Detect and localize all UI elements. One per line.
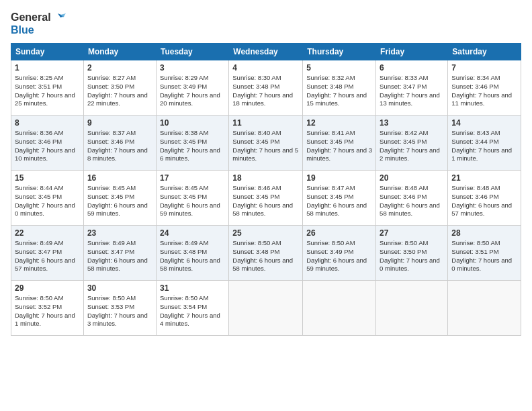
day-detail: Sunrise: 8:47 AM Sunset: 3:45 PM Dayligh… xyxy=(306,184,372,218)
calendar-cell: 25 Sunrise: 8:50 AM Sunset: 3:48 PM Dayl… xyxy=(229,226,303,281)
calendar-header-monday: Monday xyxy=(83,44,156,60)
calendar-cell: 7 Sunrise: 8:34 AM Sunset: 3:46 PM Dayli… xyxy=(448,60,521,116)
day-number: 17 xyxy=(160,173,225,183)
day-number: 1 xyxy=(15,63,80,73)
day-number: 18 xyxy=(232,173,299,183)
calendar-cell: 12 Sunrise: 8:41 AM Sunset: 3:45 PM Dayl… xyxy=(303,116,376,171)
day-number: 20 xyxy=(380,173,444,183)
calendar-cell: 31 Sunrise: 8:50 AM Sunset: 3:54 PM Dayl… xyxy=(156,281,228,336)
calendar-cell: 24 Sunrise: 8:49 AM Sunset: 3:48 PM Dayl… xyxy=(156,226,228,281)
calendar-cell: 8 Sunrise: 8:36 AM Sunset: 3:46 PM Dayli… xyxy=(11,116,84,171)
calendar-cell: 28 Sunrise: 8:50 AM Sunset: 3:51 PM Dayl… xyxy=(448,226,521,281)
day-detail: Sunrise: 8:41 AM Sunset: 3:45 PM Dayligh… xyxy=(306,129,372,163)
day-number: 21 xyxy=(451,173,517,183)
calendar-table: SundayMondayTuesdayWednesdayThursdayFrid… xyxy=(11,43,521,336)
day-number: 4 xyxy=(232,63,299,73)
day-number: 25 xyxy=(232,228,299,238)
day-number: 22 xyxy=(15,228,80,238)
day-detail: Sunrise: 8:45 AM Sunset: 3:45 PM Dayligh… xyxy=(87,184,152,218)
day-number: 12 xyxy=(306,118,372,128)
calendar-cell xyxy=(376,281,448,336)
day-number: 6 xyxy=(380,63,444,73)
day-detail: Sunrise: 8:50 AM Sunset: 3:49 PM Dayligh… xyxy=(306,239,372,273)
day-detail: Sunrise: 8:49 AM Sunset: 3:47 PM Dayligh… xyxy=(87,239,152,273)
calendar-header-row: SundayMondayTuesdayWednesdayThursdayFrid… xyxy=(11,44,521,60)
calendar-cell: 9 Sunrise: 8:37 AM Sunset: 3:46 PM Dayli… xyxy=(83,116,156,171)
day-detail: Sunrise: 8:48 AM Sunset: 3:46 PM Dayligh… xyxy=(380,184,444,218)
day-number: 9 xyxy=(87,118,152,128)
calendar-header-friday: Friday xyxy=(376,44,448,60)
day-detail: Sunrise: 8:50 AM Sunset: 3:50 PM Dayligh… xyxy=(380,239,444,273)
day-detail: Sunrise: 8:50 AM Sunset: 3:53 PM Dayligh… xyxy=(87,294,152,328)
calendar-cell: 14 Sunrise: 8:43 AM Sunset: 3:44 PM Dayl… xyxy=(448,116,521,171)
day-number: 11 xyxy=(232,118,299,128)
day-detail: Sunrise: 8:50 AM Sunset: 3:51 PM Dayligh… xyxy=(451,239,517,273)
calendar-cell xyxy=(303,281,376,336)
calendar-week-row: 8 Sunrise: 8:36 AM Sunset: 3:46 PM Dayli… xyxy=(11,116,521,171)
calendar-cell: 6 Sunrise: 8:33 AM Sunset: 3:47 PM Dayli… xyxy=(376,60,448,116)
day-number: 2 xyxy=(87,63,152,73)
day-detail: Sunrise: 8:50 AM Sunset: 3:54 PM Dayligh… xyxy=(160,294,225,328)
calendar-cell xyxy=(448,281,521,336)
calendar-header-sunday: Sunday xyxy=(11,44,84,60)
day-detail: Sunrise: 8:50 AM Sunset: 3:52 PM Dayligh… xyxy=(15,294,80,328)
day-detail: Sunrise: 8:32 AM Sunset: 3:48 PM Dayligh… xyxy=(306,74,372,108)
day-number: 30 xyxy=(87,283,152,293)
calendar-cell: 13 Sunrise: 8:42 AM Sunset: 3:45 PM Dayl… xyxy=(376,116,448,171)
day-number: 24 xyxy=(160,228,225,238)
calendar-cell: 20 Sunrise: 8:48 AM Sunset: 3:46 PM Dayl… xyxy=(376,171,448,226)
day-detail: Sunrise: 8:33 AM Sunset: 3:47 PM Dayligh… xyxy=(380,74,444,108)
day-number: 28 xyxy=(451,228,517,238)
logo-text-blue: Blue xyxy=(11,24,34,36)
calendar-cell: 4 Sunrise: 8:30 AM Sunset: 3:48 PM Dayli… xyxy=(229,60,303,116)
calendar-cell: 26 Sunrise: 8:50 AM Sunset: 3:49 PM Dayl… xyxy=(303,226,376,281)
day-number: 5 xyxy=(306,63,372,73)
day-number: 27 xyxy=(380,228,444,238)
calendar-cell: 3 Sunrise: 8:29 AM Sunset: 3:49 PM Dayli… xyxy=(156,60,228,116)
calendar-header-wednesday: Wednesday xyxy=(229,44,303,60)
calendar-cell: 18 Sunrise: 8:46 AM Sunset: 3:45 PM Dayl… xyxy=(229,171,303,226)
day-number: 29 xyxy=(15,283,80,293)
day-number: 31 xyxy=(160,283,225,293)
day-detail: Sunrise: 8:40 AM Sunset: 3:45 PM Dayligh… xyxy=(232,129,299,163)
day-detail: Sunrise: 8:34 AM Sunset: 3:46 PM Dayligh… xyxy=(451,74,517,108)
calendar-cell: 10 Sunrise: 8:38 AM Sunset: 3:45 PM Dayl… xyxy=(156,116,228,171)
calendar-cell: 15 Sunrise: 8:44 AM Sunset: 3:45 PM Dayl… xyxy=(11,171,84,226)
page: General Blue SundayMondayTuesdayWednesda… xyxy=(0,0,532,342)
calendar-cell: 5 Sunrise: 8:32 AM Sunset: 3:48 PM Dayli… xyxy=(303,60,376,116)
calendar-week-row: 15 Sunrise: 8:44 AM Sunset: 3:45 PM Dayl… xyxy=(11,171,521,226)
day-number: 8 xyxy=(15,118,80,128)
day-detail: Sunrise: 8:50 AM Sunset: 3:48 PM Dayligh… xyxy=(232,239,299,273)
day-detail: Sunrise: 8:37 AM Sunset: 3:46 PM Dayligh… xyxy=(87,129,152,163)
calendar-header-thursday: Thursday xyxy=(303,44,376,60)
day-number: 23 xyxy=(87,228,152,238)
day-number: 19 xyxy=(306,173,372,183)
calendar-cell: 22 Sunrise: 8:49 AM Sunset: 3:47 PM Dayl… xyxy=(11,226,84,281)
calendar-cell: 2 Sunrise: 8:27 AM Sunset: 3:50 PM Dayli… xyxy=(83,60,156,116)
day-number: 16 xyxy=(87,173,152,183)
day-number: 13 xyxy=(380,118,444,128)
day-number: 26 xyxy=(306,228,372,238)
day-detail: Sunrise: 8:29 AM Sunset: 3:49 PM Dayligh… xyxy=(160,74,225,108)
calendar-week-row: 22 Sunrise: 8:49 AM Sunset: 3:47 PM Dayl… xyxy=(11,226,521,281)
day-detail: Sunrise: 8:49 AM Sunset: 3:48 PM Dayligh… xyxy=(160,239,225,273)
day-detail: Sunrise: 8:27 AM Sunset: 3:50 PM Dayligh… xyxy=(87,74,152,108)
calendar-cell: 16 Sunrise: 8:45 AM Sunset: 3:45 PM Dayl… xyxy=(83,171,156,226)
day-number: 3 xyxy=(160,63,225,73)
day-number: 7 xyxy=(451,63,517,73)
header: General Blue xyxy=(11,11,521,36)
logo-text-general: General xyxy=(11,11,51,24)
day-detail: Sunrise: 8:38 AM Sunset: 3:45 PM Dayligh… xyxy=(160,129,225,163)
day-detail: Sunrise: 8:44 AM Sunset: 3:45 PM Dayligh… xyxy=(15,184,80,218)
calendar-week-row: 29 Sunrise: 8:50 AM Sunset: 3:52 PM Dayl… xyxy=(11,281,521,336)
logo-bird-icon xyxy=(52,11,66,24)
calendar-cell: 30 Sunrise: 8:50 AM Sunset: 3:53 PM Dayl… xyxy=(83,281,156,336)
calendar-cell: 23 Sunrise: 8:49 AM Sunset: 3:47 PM Dayl… xyxy=(83,226,156,281)
calendar-cell: 21 Sunrise: 8:48 AM Sunset: 3:46 PM Dayl… xyxy=(448,171,521,226)
calendar-cell: 29 Sunrise: 8:50 AM Sunset: 3:52 PM Dayl… xyxy=(11,281,84,336)
calendar-header-tuesday: Tuesday xyxy=(156,44,228,60)
calendar-cell: 1 Sunrise: 8:25 AM Sunset: 3:51 PM Dayli… xyxy=(11,60,84,116)
day-detail: Sunrise: 8:30 AM Sunset: 3:48 PM Dayligh… xyxy=(232,74,299,108)
day-detail: Sunrise: 8:25 AM Sunset: 3:51 PM Dayligh… xyxy=(15,74,80,108)
day-detail: Sunrise: 8:49 AM Sunset: 3:47 PM Dayligh… xyxy=(15,239,80,273)
